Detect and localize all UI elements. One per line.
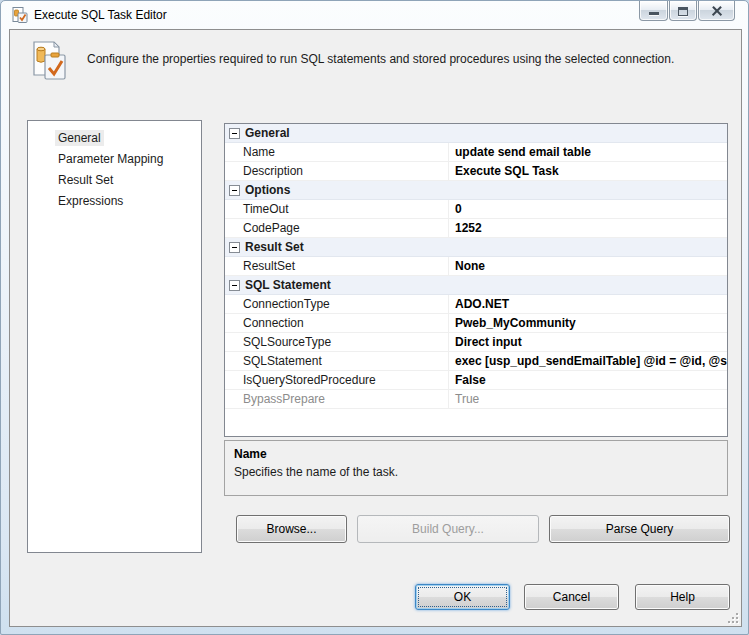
- property-row-name[interactable]: Name update send email table: [225, 143, 727, 162]
- sidebar-item-general[interactable]: General: [28, 128, 201, 149]
- property-row-resultset[interactable]: ResultSet None: [225, 257, 727, 276]
- execute-sql-task-editor-window: Execute SQL Task Editor Configure the pr…: [0, 0, 749, 635]
- property-row-sqlstatement[interactable]: SQLStatement exec [usp_upd_sendEmailTabl…: [225, 352, 727, 371]
- section-row-sql-statement[interactable]: SQL Statement: [225, 276, 727, 295]
- property-description-text: Specifies the name of the task.: [234, 465, 718, 479]
- property-row-isquerystoredprocedure[interactable]: IsQueryStoredProcedure False: [225, 371, 727, 390]
- property-description-title: Name: [234, 447, 718, 461]
- parse-query-button[interactable]: Parse Query: [549, 515, 730, 543]
- maximize-button[interactable]: [669, 1, 697, 21]
- property-row-sqlsourcetype[interactable]: SQLSourceType Direct input: [225, 333, 727, 352]
- section-row-general[interactable]: General: [225, 124, 727, 143]
- window-title: Execute SQL Task Editor: [34, 8, 167, 22]
- collapse-icon[interactable]: [229, 128, 240, 139]
- pages-listbox: General Parameter Mapping Result Set Exp…: [27, 120, 202, 553]
- property-row-connection[interactable]: Connection Pweb_MyCommunity: [225, 314, 727, 333]
- app-icon: [12, 7, 28, 23]
- collapse-icon[interactable]: [229, 242, 240, 253]
- help-button[interactable]: Help: [635, 584, 730, 610]
- section-row-options[interactable]: Options: [225, 181, 727, 200]
- dialog-description: Configure the properties required to run…: [87, 52, 735, 66]
- close-button[interactable]: [698, 1, 735, 21]
- close-icon: [711, 5, 723, 17]
- property-grid: General Name update send email table Des…: [224, 123, 728, 437]
- property-row-codepage[interactable]: CodePage 1252: [225, 219, 727, 238]
- execute-sql-task-icon: [32, 41, 68, 81]
- property-row-timeout[interactable]: TimeOut 0: [225, 200, 727, 219]
- sidebar-item-parameter-mapping[interactable]: Parameter Mapping: [28, 149, 201, 170]
- collapse-icon[interactable]: [229, 185, 240, 196]
- ok-button[interactable]: OK: [415, 584, 510, 610]
- property-row-description[interactable]: Description Execute SQL Task: [225, 162, 727, 181]
- cancel-button[interactable]: Cancel: [524, 584, 619, 610]
- build-query-button: Build Query...: [357, 515, 539, 543]
- browse-button[interactable]: Browse...: [236, 515, 347, 543]
- minimize-icon: [649, 12, 659, 15]
- sidebar-item-result-set[interactable]: Result Set: [28, 170, 201, 191]
- resize-grip[interactable]: [727, 612, 738, 623]
- minimize-button[interactable]: [639, 1, 668, 21]
- maximize-icon: [678, 7, 688, 16]
- property-description-panel: Name Specifies the name of the task.: [224, 440, 728, 496]
- title-bar[interactable]: Execute SQL Task Editor: [1, 1, 748, 29]
- dialog-client-area: Configure the properties required to run…: [9, 29, 742, 627]
- property-row-connectiontype[interactable]: ConnectionType ADO.NET: [225, 295, 727, 314]
- property-row-bypassprepare: BypassPrepare True: [225, 390, 727, 409]
- sidebar-item-expressions[interactable]: Expressions: [28, 191, 201, 212]
- collapse-icon[interactable]: [229, 280, 240, 291]
- section-row-result-set[interactable]: Result Set: [225, 238, 727, 257]
